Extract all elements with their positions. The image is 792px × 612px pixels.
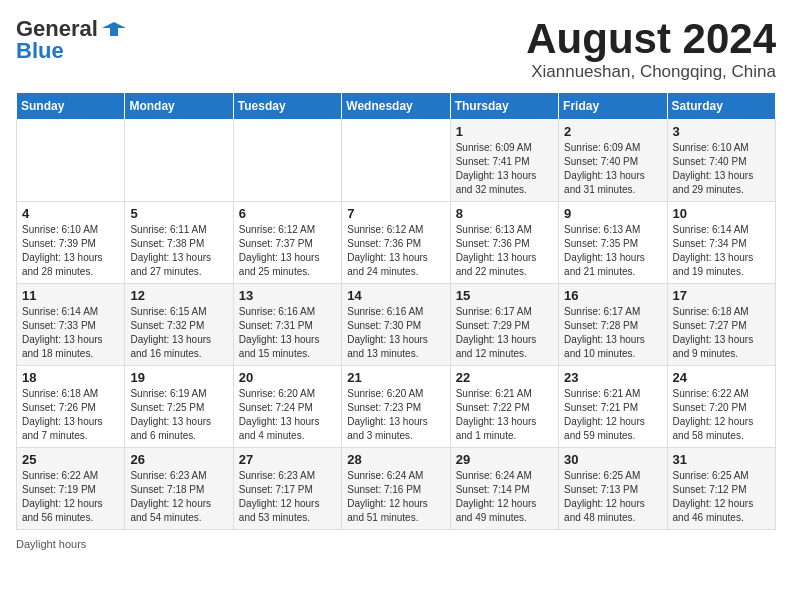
weekday-header-wednesday: Wednesday (342, 93, 450, 120)
day-number: 19 (130, 370, 227, 385)
calendar-cell: 9Sunrise: 6:13 AMSunset: 7:35 PMDaylight… (559, 202, 667, 284)
day-number: 27 (239, 452, 336, 467)
calendar-week-1: 1Sunrise: 6:09 AMSunset: 7:41 PMDaylight… (17, 120, 776, 202)
day-info: Sunrise: 6:21 AMSunset: 7:21 PMDaylight:… (564, 387, 661, 443)
day-number: 24 (673, 370, 770, 385)
calendar-cell: 15Sunrise: 6:17 AMSunset: 7:29 PMDayligh… (450, 284, 558, 366)
weekday-header-monday: Monday (125, 93, 233, 120)
day-info: Sunrise: 6:25 AMSunset: 7:13 PMDaylight:… (564, 469, 661, 525)
calendar-cell: 17Sunrise: 6:18 AMSunset: 7:27 PMDayligh… (667, 284, 775, 366)
day-info: Sunrise: 6:10 AMSunset: 7:39 PMDaylight:… (22, 223, 119, 279)
calendar-cell: 7Sunrise: 6:12 AMSunset: 7:36 PMDaylight… (342, 202, 450, 284)
calendar-cell: 26Sunrise: 6:23 AMSunset: 7:18 PMDayligh… (125, 448, 233, 530)
calendar-week-2: 4Sunrise: 6:10 AMSunset: 7:39 PMDaylight… (17, 202, 776, 284)
day-number: 18 (22, 370, 119, 385)
day-info: Sunrise: 6:22 AMSunset: 7:20 PMDaylight:… (673, 387, 770, 443)
header: General Blue August 2024 Xiannueshan, Ch… (16, 16, 776, 82)
day-info: Sunrise: 6:16 AMSunset: 7:31 PMDaylight:… (239, 305, 336, 361)
calendar-cell: 5Sunrise: 6:11 AMSunset: 7:38 PMDaylight… (125, 202, 233, 284)
calendar-cell: 23Sunrise: 6:21 AMSunset: 7:21 PMDayligh… (559, 366, 667, 448)
day-number: 11 (22, 288, 119, 303)
calendar-cell: 2Sunrise: 6:09 AMSunset: 7:40 PMDaylight… (559, 120, 667, 202)
calendar-cell: 30Sunrise: 6:25 AMSunset: 7:13 PMDayligh… (559, 448, 667, 530)
day-info: Sunrise: 6:14 AMSunset: 7:33 PMDaylight:… (22, 305, 119, 361)
day-info: Sunrise: 6:24 AMSunset: 7:16 PMDaylight:… (347, 469, 444, 525)
day-number: 5 (130, 206, 227, 221)
calendar-week-3: 11Sunrise: 6:14 AMSunset: 7:33 PMDayligh… (17, 284, 776, 366)
day-number: 31 (673, 452, 770, 467)
calendar-cell (342, 120, 450, 202)
day-number: 20 (239, 370, 336, 385)
day-info: Sunrise: 6:18 AMSunset: 7:26 PMDaylight:… (22, 387, 119, 443)
day-number: 21 (347, 370, 444, 385)
logo: General Blue (16, 16, 126, 64)
day-number: 28 (347, 452, 444, 467)
calendar-week-4: 18Sunrise: 6:18 AMSunset: 7:26 PMDayligh… (17, 366, 776, 448)
subtitle: Xiannueshan, Chongqing, China (526, 62, 776, 82)
calendar-table: SundayMondayTuesdayWednesdayThursdayFrid… (16, 92, 776, 530)
calendar-cell: 20Sunrise: 6:20 AMSunset: 7:24 PMDayligh… (233, 366, 341, 448)
calendar-cell: 1Sunrise: 6:09 AMSunset: 7:41 PMDaylight… (450, 120, 558, 202)
day-number: 23 (564, 370, 661, 385)
calendar-cell: 11Sunrise: 6:14 AMSunset: 7:33 PMDayligh… (17, 284, 125, 366)
day-info: Sunrise: 6:15 AMSunset: 7:32 PMDaylight:… (130, 305, 227, 361)
calendar-cell (125, 120, 233, 202)
calendar-cell (233, 120, 341, 202)
calendar-cell: 12Sunrise: 6:15 AMSunset: 7:32 PMDayligh… (125, 284, 233, 366)
day-number: 3 (673, 124, 770, 139)
day-number: 12 (130, 288, 227, 303)
day-info: Sunrise: 6:17 AMSunset: 7:28 PMDaylight:… (564, 305, 661, 361)
day-info: Sunrise: 6:12 AMSunset: 7:37 PMDaylight:… (239, 223, 336, 279)
day-number: 15 (456, 288, 553, 303)
calendar-cell: 22Sunrise: 6:21 AMSunset: 7:22 PMDayligh… (450, 366, 558, 448)
calendar-cell: 25Sunrise: 6:22 AMSunset: 7:19 PMDayligh… (17, 448, 125, 530)
page-wrapper: General Blue August 2024 Xiannueshan, Ch… (16, 16, 776, 550)
day-info: Sunrise: 6:23 AMSunset: 7:17 PMDaylight:… (239, 469, 336, 525)
day-number: 9 (564, 206, 661, 221)
calendar-cell: 16Sunrise: 6:17 AMSunset: 7:28 PMDayligh… (559, 284, 667, 366)
calendar-cell: 28Sunrise: 6:24 AMSunset: 7:16 PMDayligh… (342, 448, 450, 530)
weekday-header-thursday: Thursday (450, 93, 558, 120)
day-number: 29 (456, 452, 553, 467)
svg-marker-0 (102, 22, 126, 36)
day-info: Sunrise: 6:24 AMSunset: 7:14 PMDaylight:… (456, 469, 553, 525)
day-number: 6 (239, 206, 336, 221)
day-number: 7 (347, 206, 444, 221)
day-info: Sunrise: 6:22 AMSunset: 7:19 PMDaylight:… (22, 469, 119, 525)
day-info: Sunrise: 6:11 AMSunset: 7:38 PMDaylight:… (130, 223, 227, 279)
calendar-body: 1Sunrise: 6:09 AMSunset: 7:41 PMDaylight… (17, 120, 776, 530)
calendar-cell: 3Sunrise: 6:10 AMSunset: 7:40 PMDaylight… (667, 120, 775, 202)
calendar-cell: 18Sunrise: 6:18 AMSunset: 7:26 PMDayligh… (17, 366, 125, 448)
day-number: 14 (347, 288, 444, 303)
day-info: Sunrise: 6:23 AMSunset: 7:18 PMDaylight:… (130, 469, 227, 525)
day-number: 16 (564, 288, 661, 303)
calendar-week-5: 25Sunrise: 6:22 AMSunset: 7:19 PMDayligh… (17, 448, 776, 530)
weekday-header-row: SundayMondayTuesdayWednesdayThursdayFrid… (17, 93, 776, 120)
main-title: August 2024 (526, 16, 776, 62)
day-number: 10 (673, 206, 770, 221)
calendar-cell: 27Sunrise: 6:23 AMSunset: 7:17 PMDayligh… (233, 448, 341, 530)
title-section: August 2024 Xiannueshan, Chongqing, Chin… (526, 16, 776, 82)
day-info: Sunrise: 6:16 AMSunset: 7:30 PMDaylight:… (347, 305, 444, 361)
day-info: Sunrise: 6:09 AMSunset: 7:41 PMDaylight:… (456, 141, 553, 197)
calendar-cell: 24Sunrise: 6:22 AMSunset: 7:20 PMDayligh… (667, 366, 775, 448)
day-info: Sunrise: 6:18 AMSunset: 7:27 PMDaylight:… (673, 305, 770, 361)
logo-bird-icon (102, 20, 126, 38)
day-number: 13 (239, 288, 336, 303)
day-info: Sunrise: 6:19 AMSunset: 7:25 PMDaylight:… (130, 387, 227, 443)
calendar-cell: 4Sunrise: 6:10 AMSunset: 7:39 PMDaylight… (17, 202, 125, 284)
day-info: Sunrise: 6:13 AMSunset: 7:36 PMDaylight:… (456, 223, 553, 279)
day-number: 4 (22, 206, 119, 221)
calendar-cell: 13Sunrise: 6:16 AMSunset: 7:31 PMDayligh… (233, 284, 341, 366)
weekday-header-friday: Friday (559, 93, 667, 120)
day-info: Sunrise: 6:13 AMSunset: 7:35 PMDaylight:… (564, 223, 661, 279)
day-number: 22 (456, 370, 553, 385)
weekday-header-saturday: Saturday (667, 93, 775, 120)
day-info: Sunrise: 6:20 AMSunset: 7:24 PMDaylight:… (239, 387, 336, 443)
day-info: Sunrise: 6:09 AMSunset: 7:40 PMDaylight:… (564, 141, 661, 197)
day-number: 30 (564, 452, 661, 467)
weekday-header-sunday: Sunday (17, 93, 125, 120)
calendar-cell: 19Sunrise: 6:19 AMSunset: 7:25 PMDayligh… (125, 366, 233, 448)
day-number: 2 (564, 124, 661, 139)
day-number: 25 (22, 452, 119, 467)
